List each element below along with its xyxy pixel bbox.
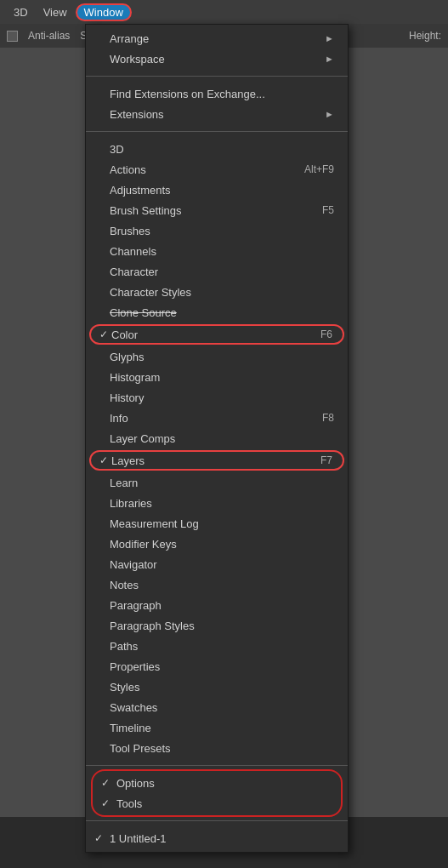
notes-label: Notes	[110, 579, 139, 591]
menu-item-glyphs[interactable]: Glyphs	[86, 346, 348, 367]
menu-item-timeline[interactable]: Timeline	[86, 717, 348, 738]
menu-item-character-styles[interactable]: Character Styles	[86, 282, 348, 302]
layers-checkmark: ✓	[99, 454, 108, 466]
color-label: Color	[111, 328, 138, 341]
arrange-arrow-icon: ►	[325, 33, 334, 43]
anti-alias-label: Anti-alias	[28, 30, 70, 42]
menu-item-modifier-keys[interactable]: Modifier Keys	[86, 534, 348, 554]
styles-label: Styles	[110, 681, 139, 694]
menu-item-swatches[interactable]: Swatches	[86, 697, 348, 717]
glyphs-label: Glyphs	[110, 351, 144, 363]
histogram-label: Histogram	[110, 371, 160, 384]
menu-item-paragraph-styles[interactable]: Paragraph Styles	[86, 615, 348, 636]
menu-item-options[interactable]: ✓ Options	[93, 773, 341, 793]
menu-item-color[interactable]: ✓ Color F6	[89, 324, 344, 345]
menu-item-find-extensions[interactable]: Find Extensions on Exchange...	[86, 83, 348, 104]
menu-item-clone-source[interactable]: Clone Source	[86, 302, 348, 323]
menu-item-libraries[interactable]: Libraries	[86, 493, 348, 513]
menu-section-windows: 3D Actions Alt+F9 Adjustments Brush Sett…	[86, 135, 348, 762]
actions-label: Actions	[110, 163, 146, 176]
color-shortcut: F6	[303, 328, 332, 340]
menu-item-channels[interactable]: Channels	[86, 241, 348, 261]
channels-label: Channels	[110, 245, 156, 258]
tools-label: Tools	[116, 797, 142, 810]
menu-item-paths[interactable]: Paths	[86, 636, 348, 656]
layer-comps-label: Layer Comps	[110, 432, 175, 445]
arrange-label: Arrange	[110, 32, 149, 45]
brush-settings-shortcut: F5	[305, 204, 334, 216]
menu-item-adjustments[interactable]: Adjustments	[86, 180, 348, 200]
paragraph-styles-label: Paragraph Styles	[110, 620, 195, 632]
menu-item-styles[interactable]: Styles	[86, 677, 348, 697]
timeline-label: Timeline	[110, 722, 151, 734]
divider-4	[86, 820, 348, 821]
menu-item-navigator[interactable]: Navigator	[86, 554, 348, 574]
menu-section-arrange: Arrange ► Workspace ►	[86, 25, 348, 72]
tool-presets-label: Tool Presets	[110, 742, 171, 755]
menu-item-tool-presets[interactable]: Tool Presets	[86, 738, 348, 758]
menu-3d[interactable]: 3D	[7, 3, 35, 21]
menu-item-layer-comps[interactable]: Layer Comps	[86, 428, 348, 448]
modifier-keys-label: Modifier Keys	[110, 538, 177, 551]
swatches-label: Swatches	[110, 701, 157, 714]
options-label: Options	[116, 777, 155, 790]
options-checkmark: ✓	[101, 777, 110, 789]
menu-section-untitled: ✓ 1 Untitled-1	[86, 825, 348, 852]
menu-bar: 3D View Window	[0, 0, 448, 24]
navigator-label: Navigator	[110, 558, 157, 571]
menu-item-arrange[interactable]: Arrange ►	[86, 28, 348, 49]
measurement-log-label: Measurement Log	[110, 517, 199, 530]
layers-label: Layers	[111, 454, 145, 467]
window-dropdown-menu: Arrange ► Workspace ► Find Extensions on…	[85, 24, 349, 853]
menu-item-paragraph[interactable]: Paragraph	[86, 595, 348, 615]
menu-item-workspace[interactable]: Workspace ►	[86, 49, 348, 69]
paths-label: Paths	[110, 640, 138, 653]
untitled-label: 1 Untitled-1	[110, 832, 166, 845]
menu-item-history[interactable]: History	[86, 387, 348, 408]
menu-view[interactable]: View	[37, 3, 74, 21]
anti-alias-checkbox[interactable]	[7, 31, 18, 42]
brush-settings-label: Brush Settings	[110, 204, 182, 217]
menu-item-measurement-log[interactable]: Measurement Log	[86, 513, 348, 534]
untitled-checkmark: ✓	[94, 832, 103, 844]
menu-item-info[interactable]: Info F8	[86, 408, 348, 428]
libraries-label: Libraries	[110, 497, 152, 510]
layers-shortcut: F7	[303, 454, 332, 466]
properties-label: Properties	[110, 660, 160, 673]
menu-item-actions[interactable]: Actions Alt+F9	[86, 159, 348, 180]
extensions-label: Extensions	[110, 108, 164, 121]
info-label: Info	[110, 412, 128, 425]
menu-item-histogram[interactable]: Histogram	[86, 367, 348, 387]
options-tools-circle-group: ✓ Options ✓ Tools	[91, 769, 343, 817]
height-label: Height:	[409, 30, 441, 42]
menu-item-properties[interactable]: Properties	[86, 656, 348, 677]
menu-item-brush-settings[interactable]: Brush Settings F5	[86, 200, 348, 220]
menu-item-3d[interactable]: 3D	[86, 139, 348, 159]
menu-item-untitled[interactable]: ✓ 1 Untitled-1	[86, 828, 348, 848]
clone-source-label: Clone Source	[110, 306, 177, 319]
menu-item-extensions[interactable]: Extensions ►	[86, 104, 348, 124]
menu-item-brushes[interactable]: Brushes	[86, 220, 348, 241]
workspace-arrow-icon: ►	[325, 54, 334, 64]
menu-section-extensions: Find Extensions on Exchange... Extension…	[86, 80, 348, 128]
history-label: History	[110, 391, 144, 404]
info-shortcut: F8	[305, 412, 334, 424]
3d-label: 3D	[110, 143, 124, 156]
tools-checkmark: ✓	[101, 797, 110, 809]
find-extensions-label: Find Extensions on Exchange...	[110, 88, 265, 100]
menu-item-learn[interactable]: Learn	[86, 472, 348, 493]
color-checkmark: ✓	[99, 328, 108, 340]
brushes-label: Brushes	[110, 225, 150, 237]
adjustments-label: Adjustments	[110, 184, 171, 197]
menu-item-layers[interactable]: ✓ Layers F7	[89, 450, 344, 471]
divider-1	[86, 76, 348, 77]
menu-window[interactable]: Window	[76, 3, 132, 21]
actions-shortcut: Alt+F9	[287, 163, 334, 175]
divider-2	[86, 131, 348, 132]
menu-item-character[interactable]: Character	[86, 261, 348, 282]
menu-item-tools[interactable]: ✓ Tools	[93, 793, 341, 814]
workspace-label: Workspace	[110, 53, 165, 66]
menu-item-notes[interactable]: Notes	[86, 574, 348, 595]
divider-3	[86, 765, 348, 766]
paragraph-label: Paragraph	[110, 599, 162, 612]
